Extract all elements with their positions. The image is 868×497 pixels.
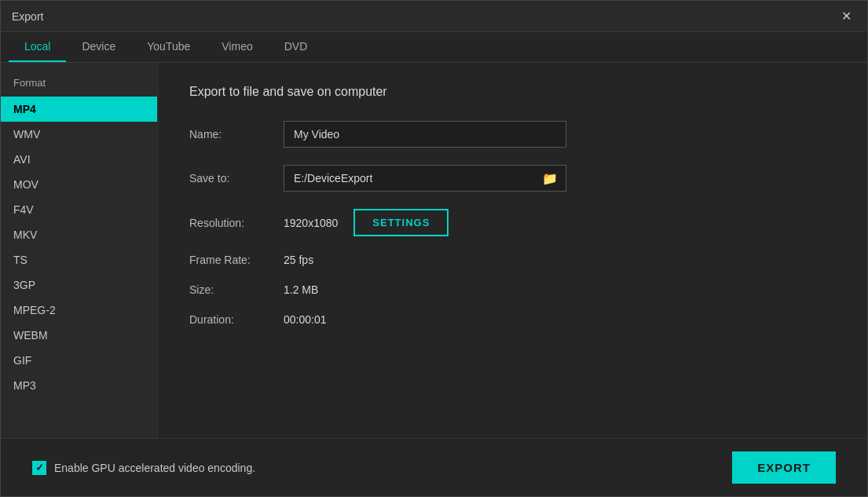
frame-rate-row: Frame Rate: 25 fps bbox=[189, 254, 836, 266]
tab-device[interactable]: Device bbox=[66, 32, 131, 62]
sidebar-item-mpeg2[interactable]: MPEG-2 bbox=[1, 298, 157, 323]
folder-icon: 📁 bbox=[542, 172, 558, 185]
sidebar-item-mov[interactable]: MOV bbox=[1, 172, 157, 197]
tab-local[interactable]: Local bbox=[9, 32, 66, 62]
tab-vimeo[interactable]: Vimeo bbox=[206, 32, 268, 62]
size-value: 1.2 MB bbox=[284, 283, 318, 296]
sidebar-item-ts[interactable]: TS bbox=[1, 247, 157, 272]
browse-folder-button[interactable]: 📁 bbox=[534, 166, 566, 191]
main-panel: Export to file and save on computer Name… bbox=[158, 63, 867, 438]
window-title: Export bbox=[12, 10, 43, 23]
gpu-label: Enable GPU accelerated video encoding. bbox=[54, 462, 255, 474]
save-to-label: Save to: bbox=[189, 172, 284, 185]
frame-rate-label: Frame Rate: bbox=[189, 254, 284, 266]
export-window: Export ✕ Local Device YouTube Vimeo DVD … bbox=[0, 0, 868, 497]
resolution-value: 1920x1080 bbox=[284, 217, 338, 229]
name-label: Name: bbox=[189, 128, 284, 141]
save-to-row: Save to: 📁 bbox=[189, 165, 836, 192]
gpu-checkbox[interactable]: ✓ bbox=[32, 461, 46, 475]
settings-button[interactable]: SETTINGS bbox=[353, 209, 449, 236]
duration-row: Duration: 00:00:01 bbox=[189, 313, 836, 326]
sidebar-item-webm[interactable]: WEBM bbox=[1, 323, 157, 348]
gpu-checkbox-area: ✓ Enable GPU accelerated video encoding. bbox=[32, 461, 255, 475]
sidebar-item-avi[interactable]: AVI bbox=[1, 147, 157, 172]
export-button[interactable]: EXPORT bbox=[732, 451, 836, 484]
tab-youtube[interactable]: YouTube bbox=[131, 32, 206, 62]
tabs-bar: Local Device YouTube Vimeo DVD bbox=[1, 32, 867, 63]
sidebar-item-mp4[interactable]: MP4 bbox=[1, 97, 157, 122]
sidebar-item-gif[interactable]: GIF bbox=[1, 348, 157, 373]
sidebar-item-3gp[interactable]: 3GP bbox=[1, 272, 157, 298]
save-to-input[interactable] bbox=[284, 166, 534, 191]
duration-value: 00:00:01 bbox=[284, 313, 327, 326]
save-to-wrapper: 📁 bbox=[284, 165, 566, 192]
checkmark-icon: ✓ bbox=[35, 462, 44, 473]
format-label: Format bbox=[1, 74, 157, 97]
close-button[interactable]: ✕ bbox=[837, 7, 856, 25]
duration-label: Duration: bbox=[189, 313, 284, 326]
title-bar: Export ✕ bbox=[1, 1, 867, 32]
resolution-label: Resolution: bbox=[189, 217, 284, 229]
size-row: Size: 1.2 MB bbox=[189, 283, 836, 296]
tab-dvd[interactable]: DVD bbox=[269, 32, 324, 62]
sidebar-item-mp3[interactable]: MP3 bbox=[1, 373, 157, 398]
name-row: Name: bbox=[189, 121, 836, 148]
sidebar-item-f4v[interactable]: F4V bbox=[1, 197, 157, 222]
frame-rate-value: 25 fps bbox=[284, 254, 313, 266]
sidebar-item-wmv[interactable]: WMV bbox=[1, 122, 157, 147]
sidebar-item-mkv[interactable]: MKV bbox=[1, 222, 157, 247]
bottom-bar: ✓ Enable GPU accelerated video encoding.… bbox=[1, 438, 867, 496]
size-label: Size: bbox=[189, 283, 284, 296]
name-input[interactable] bbox=[284, 121, 566, 148]
section-title: Export to file and save on computer bbox=[189, 85, 836, 99]
resolution-row: Resolution: 1920x1080 SETTINGS bbox=[189, 209, 836, 236]
sidebar: Format MP4 WMV AVI MOV F4V MKV TS 3GP MP… bbox=[1, 63, 158, 438]
content-area: Format MP4 WMV AVI MOV F4V MKV TS 3GP MP… bbox=[1, 63, 867, 438]
